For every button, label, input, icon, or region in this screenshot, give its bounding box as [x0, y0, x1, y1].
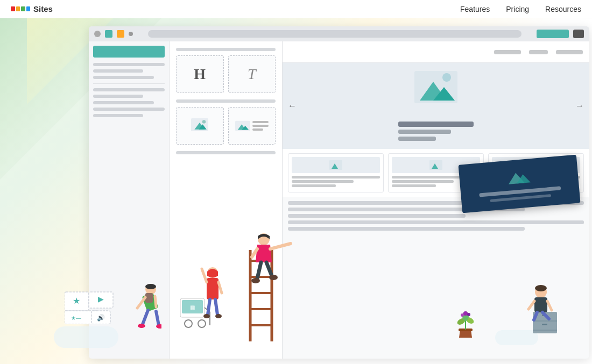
image-widget-icon [191, 118, 208, 133]
logo-h [21, 6, 25, 11]
content-row-5 [288, 227, 525, 231]
sidebar-line-7 [93, 108, 165, 111]
card-2-line-2 [392, 180, 454, 183]
mini-line-2 [252, 125, 269, 127]
mini-line-1 [252, 121, 269, 123]
browser-bar [89, 26, 589, 41]
nav-features[interactable]: Features [460, 5, 490, 13]
logo-o2 [26, 6, 31, 11]
widget-grid-row2 [176, 107, 276, 145]
browser-url-bar [148, 30, 521, 38]
logo-o [16, 6, 20, 11]
content-hero-section: ← → [283, 63, 589, 149]
widget-image[interactable] [176, 107, 224, 145]
sidebar-line-3 [93, 76, 154, 79]
main-content-area: ← → [283, 41, 589, 359]
svg-point-1 [202, 120, 206, 123]
mini-text-lines [252, 121, 269, 131]
sidebar-line-1 [93, 63, 165, 66]
svg-text:★—: ★— [71, 315, 81, 321]
card-2-line-3 [392, 184, 436, 187]
widget-palette: H T [170, 41, 283, 359]
svg-rect-19 [65, 292, 89, 311]
browser-btn-back [94, 31, 101, 37]
hero-next-arrow[interactable]: → [575, 101, 584, 111]
card-1 [288, 153, 384, 192]
palette-sep-line [176, 99, 276, 103]
image-text-widget-inner [235, 120, 269, 131]
highlighted-card-overlay [458, 155, 580, 213]
sidebar-line-5 [93, 95, 143, 98]
sidebar-divider [93, 83, 165, 84]
hero-prev-arrow[interactable]: ← [288, 101, 297, 111]
heading-icon: H [194, 66, 206, 83]
sidebar-line-2 [93, 69, 143, 73]
text-icon: T [248, 66, 256, 83]
widget-heading[interactable]: H [176, 55, 224, 93]
widget-image-text[interactable] [228, 107, 276, 145]
hero-mountain-icon [414, 71, 457, 105]
content-bar-1 [494, 50, 521, 54]
widget-text[interactable]: T [228, 55, 276, 93]
card-1-line-2 [292, 180, 354, 183]
palette-bottom-line [176, 151, 276, 154]
hero-subtitle-bar [398, 130, 451, 134]
zoho-logo [11, 4, 30, 15]
editor-sidebar [89, 41, 170, 359]
card-1-img [292, 157, 380, 173]
card-1-line-3 [292, 184, 336, 187]
svg-point-8 [442, 73, 451, 82]
logo-z [11, 6, 15, 11]
hero-body-bar [398, 137, 436, 141]
content-row-4 [288, 220, 584, 224]
palette-top-line [176, 48, 276, 51]
sidebar-add-button [93, 46, 165, 58]
sidebar-line-6 [93, 101, 154, 104]
browser-teal-button [537, 30, 569, 38]
browser-content: H T [89, 41, 589, 359]
nav-resources[interactable]: Resources [545, 5, 581, 13]
navbar-links: Features Pricing Resources [460, 5, 581, 13]
sidebar-line-8 [93, 114, 143, 117]
browser-dot [129, 32, 133, 36]
hero-text-placeholder [398, 122, 474, 144]
card-1-line-1 [292, 176, 380, 179]
hc-mountain-icon [505, 167, 533, 188]
widget-grid-row1: H T [176, 55, 276, 93]
hero-section: H T [0, 18, 592, 364]
browser-dark-button [573, 30, 584, 38]
browser-square-teal [105, 30, 112, 38]
brand-name: Sites [33, 4, 53, 13]
content-bar-3 [556, 50, 583, 54]
content-bar-2 [529, 50, 548, 54]
browser-square-orange [117, 30, 124, 38]
navbar: Sites Features Pricing Resources [0, 0, 592, 18]
hero-title-bar [398, 122, 474, 127]
content-top-bar [283, 41, 589, 63]
brand: Sites [11, 4, 53, 15]
sidebar-line-4 [93, 88, 165, 91]
mini-line-3 [252, 129, 263, 131]
nav-pricing[interactable]: Pricing [506, 5, 529, 13]
highlighted-card-content [459, 159, 580, 209]
svg-text:★: ★ [73, 296, 80, 305]
browser-mockup: H T [89, 26, 589, 359]
content-row-3 [288, 214, 466, 218]
